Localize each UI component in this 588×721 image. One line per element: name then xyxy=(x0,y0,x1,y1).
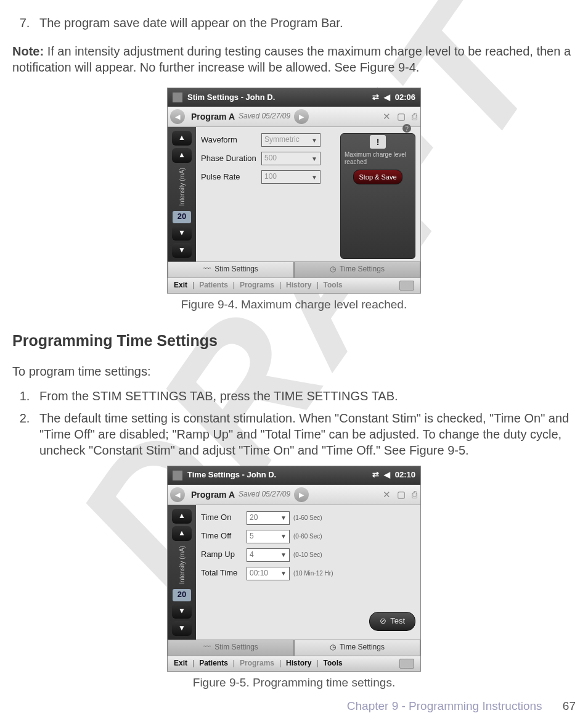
intensity-up-large[interactable]: ▲ xyxy=(172,131,192,146)
params-panel: Time On 20▼ (1-60 Sec) Time Off 5▼ (0-60… xyxy=(201,511,364,637)
title-bar: Time Settings - John D. ⇄ ◀ 02:10 xyxy=(168,466,420,485)
intensity-axis-label: Intensity (mA) xyxy=(178,165,186,208)
time-on-label: Time On xyxy=(201,513,247,523)
next-program-button[interactable]: ▶ xyxy=(294,487,309,502)
nav-exit[interactable]: Exit xyxy=(174,659,187,669)
time-off-select[interactable]: 5▼ xyxy=(247,530,290,543)
page-footer: Chapter 9 - Programming Instructions 67 xyxy=(12,699,576,714)
print-icon[interactable]: ⎙ xyxy=(412,488,417,501)
test-button[interactable]: ⊘Test xyxy=(369,612,415,631)
note-text: If an intensity adjustment during testin… xyxy=(12,44,571,74)
note-label: Note: xyxy=(12,44,44,58)
chevron-down-icon: ▼ xyxy=(311,173,317,181)
program-name: Program A xyxy=(191,111,235,122)
tab-time-settings[interactable]: ◷Time Settings xyxy=(294,262,420,278)
intensity-column: ▲ ▲ Intensity (mA) 20 ▼ ▼ xyxy=(168,127,196,262)
phase-duration-label: Phase Duration xyxy=(201,154,261,164)
battery-icon: ⇄ xyxy=(372,470,379,480)
chevron-down-icon: ▼ xyxy=(280,532,287,540)
note-paragraph: Note: If an intensity adjustment during … xyxy=(12,43,576,75)
intensity-value: 20 xyxy=(173,589,191,601)
new-icon[interactable]: ▢ xyxy=(397,110,406,123)
waveform-select[interactable]: Symmetric▼ xyxy=(261,133,321,147)
stop-save-button[interactable]: Stop & Save xyxy=(353,170,402,184)
app-icon xyxy=(173,471,182,480)
intensity-axis-label: Intensity (mA) xyxy=(178,543,186,587)
nav-patients[interactable]: Patients xyxy=(199,281,228,290)
section-heading: Programming Time Settings xyxy=(12,331,576,351)
chapter-label: Chapter 9 - Programming Instructions xyxy=(347,699,542,712)
phase-duration-select[interactable]: 500▼ xyxy=(261,152,321,165)
bottom-nav: Exit| Patients| Programs| History| Tools xyxy=(168,278,420,293)
program-bar: ◀ Program A Saved 05/27/09 ▶ ✕ ▢ ⎙ xyxy=(168,107,420,127)
intensity-down-large[interactable]: ▼ xyxy=(172,621,192,636)
check-icon: ⊘ xyxy=(380,616,386,627)
new-icon[interactable]: ▢ xyxy=(397,488,406,501)
clock-time: 02:10 xyxy=(395,470,415,480)
pulse-rate-select[interactable]: 100▼ xyxy=(261,170,321,184)
close-icon[interactable]: ✕ xyxy=(383,488,391,501)
settings-tabs: 〰Stim Settings ◷Time Settings xyxy=(168,640,420,656)
total-time-hint: (10 Min-12 Hr) xyxy=(293,569,333,577)
intensity-down-small[interactable]: ▼ xyxy=(172,604,192,619)
intensity-column: ▲ ▲ Intensity (mA) 20 ▼ ▼ xyxy=(168,505,196,640)
tab-stim-settings[interactable]: 〰Stim Settings xyxy=(168,262,294,278)
pulse-rate-label: Pulse Rate xyxy=(201,172,261,183)
intensity-up-small[interactable]: ▲ xyxy=(172,526,192,541)
program-name: Program A xyxy=(191,489,235,500)
nav-history[interactable]: History xyxy=(286,659,311,669)
nav-tools[interactable]: Tools xyxy=(324,659,343,669)
next-program-button[interactable]: ▶ xyxy=(294,109,309,124)
time-on-select[interactable]: 20▼ xyxy=(247,511,290,525)
intensity-up-large[interactable]: ▲ xyxy=(172,509,192,524)
nav-exit[interactable]: Exit xyxy=(174,281,187,290)
time-off-hint: (0-60 Sec) xyxy=(293,532,322,540)
program-saved-date: Saved 05/27/09 xyxy=(239,112,290,122)
wave-icon: 〰 xyxy=(203,265,211,274)
help-icon[interactable]: ? xyxy=(402,124,411,133)
max-charge-alert: ? ! Maximum charge level reached Stop & … xyxy=(340,133,415,259)
prev-program-button[interactable]: ◀ xyxy=(170,487,185,502)
nav-history[interactable]: History xyxy=(286,281,311,290)
ramp-up-label: Ramp Up xyxy=(201,550,247,560)
intensity-value: 20 xyxy=(173,211,191,223)
clock-icon: ◷ xyxy=(330,643,336,653)
ramp-up-select[interactable]: 4▼ xyxy=(247,548,290,562)
print-icon[interactable]: ⎙ xyxy=(412,110,417,123)
wave-icon: 〰 xyxy=(203,643,211,653)
chevron-down-icon: ▼ xyxy=(280,569,287,577)
params-panel: Waveform Symmetric▼ Phase Duration 500▼ … xyxy=(201,133,335,259)
time-step-1: From the STIM SETTINGS TAB, press the TI… xyxy=(33,388,576,404)
intensity-up-small[interactable]: ▲ xyxy=(172,148,192,163)
chevron-down-icon: ▼ xyxy=(280,551,287,559)
intensity-down-small[interactable]: ▼ xyxy=(172,226,192,241)
total-time-select[interactable]: 00:10▼ xyxy=(247,567,290,580)
app-icon xyxy=(173,93,182,102)
nav-tools[interactable]: Tools xyxy=(324,281,343,290)
nav-programs[interactable]: Programs xyxy=(240,281,274,290)
tab-time-settings[interactable]: ◷Time Settings xyxy=(294,640,420,656)
ramp-up-hint: (0-10 Sec) xyxy=(293,551,322,559)
close-icon[interactable]: ✕ xyxy=(383,110,391,123)
nav-programs[interactable]: Programs xyxy=(240,659,274,669)
clock-icon: ◷ xyxy=(330,265,336,274)
page-number: 67 xyxy=(563,699,576,712)
time-step-2: The default time setting is constant sti… xyxy=(33,410,576,458)
program-saved-date: Saved 05/27/09 xyxy=(239,490,290,500)
figure-9-5-caption: Figure 9-5. Programming time settings. xyxy=(12,675,576,691)
step-7: The program save date will appear on the… xyxy=(33,15,576,31)
battery-icon: ⇄ xyxy=(372,93,379,103)
window-title: Stim Settings - John D. xyxy=(187,93,275,103)
figure-9-4-caption: Figure 9-4. Maximum charge level reached… xyxy=(12,297,576,313)
clock-time: 02:06 xyxy=(395,93,415,103)
waveform-label: Waveform xyxy=(201,135,261,146)
intensity-down-large[interactable]: ▼ xyxy=(172,243,192,258)
tab-stim-settings[interactable]: 〰Stim Settings xyxy=(168,640,294,656)
volume-icon: ◀ xyxy=(384,93,390,103)
keyboard-icon[interactable] xyxy=(399,659,414,669)
prev-program-button[interactable]: ◀ xyxy=(170,109,185,124)
nav-patients[interactable]: Patients xyxy=(199,659,228,669)
keyboard-icon[interactable] xyxy=(399,281,414,290)
intro-line: To program time settings: xyxy=(12,363,576,379)
chevron-down-icon: ▼ xyxy=(311,136,317,144)
